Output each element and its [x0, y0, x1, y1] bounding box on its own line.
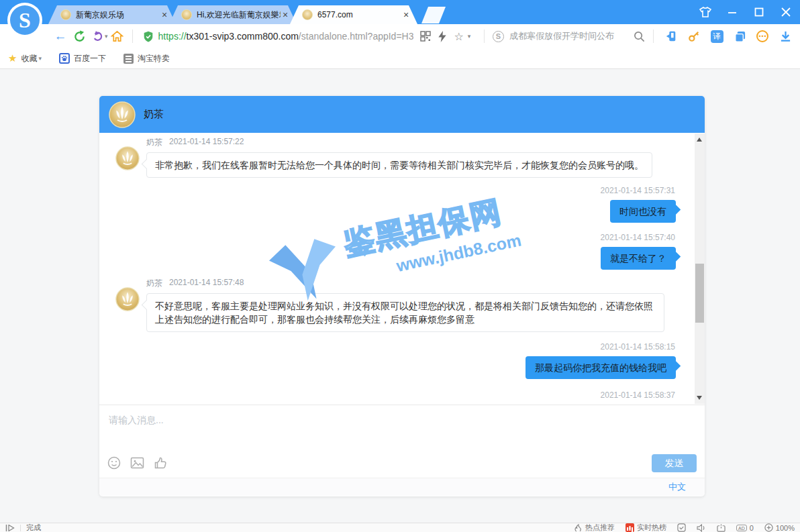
- zoom-control[interactable]: 100%: [764, 523, 795, 532]
- favorite-star-icon[interactable]: ☆: [454, 30, 463, 43]
- message-bubble: 就是不给了？: [601, 247, 676, 270]
- scrollbar-thumb[interactable]: [695, 264, 704, 323]
- url-text[interactable]: https://tx301-svip3.comm800.com/standalo…: [158, 31, 414, 42]
- message-timestamp: 2021-01-14 15:57:31: [115, 186, 678, 195]
- qr-code-icon[interactable]: [420, 31, 431, 42]
- message-timestamp: 2021-01-14 15:57:40: [115, 233, 678, 242]
- hot-list-chart-icon: [626, 523, 634, 532]
- navigation-toolbar: ← ▾ https://tx301-svip3.comm800.com/stan…: [0, 24, 800, 48]
- search-icon[interactable]: [634, 31, 645, 42]
- emoji-icon[interactable]: [107, 456, 121, 470]
- tab-close-icon[interactable]: ×: [401, 10, 411, 19]
- download-box-icon: [717, 524, 726, 532]
- divider: [20, 525, 21, 531]
- site-favicon-icon: [60, 9, 71, 20]
- divider: [653, 30, 654, 43]
- divider: [132, 30, 133, 43]
- tab-welcome[interactable]: Hi,欢迎光临新葡京娱樂場 ×: [169, 5, 297, 24]
- scroll-down-icon[interactable]: [697, 396, 702, 400]
- favorites-dropdown-icon: ▾: [38, 55, 42, 62]
- new-tab-button[interactable]: [421, 7, 446, 23]
- back-icon[interactable]: ←: [51, 27, 70, 46]
- home-icon[interactable]: [108, 27, 127, 46]
- sound-button[interactable]: [697, 524, 706, 532]
- window-controls: [697, 0, 795, 24]
- tab-6577-active[interactable]: 6577.com ×: [290, 5, 417, 24]
- message-bubble: 不好意思呢，客服主要是处理网站业务知识，并没有权限可以处理您的状况，都是将相关部…: [146, 293, 664, 332]
- bookmark-taobao[interactable]: 淘宝特卖: [123, 53, 170, 64]
- address-dropdown-icon[interactable]: ▾: [468, 33, 471, 40]
- agent-avatar: [109, 101, 136, 128]
- message-input[interactable]: [99, 405, 705, 440]
- logo-s-glyph: S: [19, 8, 31, 32]
- status-bar: 完成 热点推荐 实时热榜 AD 0: [0, 523, 800, 532]
- chat-scrollbar[interactable]: [695, 134, 705, 404]
- close-button[interactable]: [777, 3, 795, 21]
- chat-message-list: 奶茶 2021-01-14 15:57:22 非常抱歉，我们在线客服暂时无法给您…: [99, 133, 705, 405]
- page-load-status: 完成: [26, 523, 41, 532]
- thumbs-up-icon[interactable]: [154, 456, 167, 470]
- browser-logo-icon[interactable]: S: [7, 2, 43, 38]
- speaker-icon: [697, 524, 706, 532]
- agent-message: 奶茶 2021-01-14 15:57:48 不好意思呢，客服主要是处理网站业务…: [115, 278, 678, 332]
- language-link[interactable]: 中文: [668, 481, 686, 493]
- message-bubble: 时间也没有: [610, 200, 676, 223]
- bookmarks-bar: ★ 收藏 ▾ 百度一下 淘宝特卖: [0, 48, 800, 69]
- clipboard-pages-icon[interactable]: [730, 27, 749, 46]
- address-bar[interactable]: https://tx301-svip3.comm800.com/standalo…: [138, 26, 479, 46]
- send-button[interactable]: 发送: [652, 454, 697, 472]
- toolbar-extensions: 译 ⋯: [662, 27, 795, 46]
- agent-message: 奶茶 2021-01-14 15:57:22 非常抱歉，我们在线客服暂时无法给您…: [115, 137, 678, 178]
- chat-footer: 中文: [99, 478, 705, 496]
- flame-icon: [574, 524, 583, 532]
- translate-icon[interactable]: 译: [707, 27, 726, 46]
- search-engine-icon: S: [493, 31, 504, 42]
- agent-avatar: [115, 287, 140, 314]
- site-favicon-icon: [302, 9, 313, 20]
- search-suggestion-text[interactable]: 成都寒假放假开学时间公布: [509, 30, 634, 42]
- zoom-plus-icon: [764, 523, 773, 532]
- maximize-button[interactable]: [750, 3, 768, 21]
- tab-xinpujing[interactable]: 新葡京娱乐场 ×: [48, 5, 176, 24]
- page-content: 奶茶 奶茶 2021-01-14 15:57:22 非常抱歉，我们在线客服暂时无…: [0, 69, 800, 523]
- password-key-icon[interactable]: [685, 27, 703, 46]
- more-menu-icon[interactable]: ⋯: [753, 27, 772, 46]
- url-host: tx301-svip3.comm800.com: [187, 31, 299, 42]
- chat-header: 奶茶: [99, 96, 705, 133]
- tab-close-icon[interactable]: ×: [281, 10, 290, 19]
- message-sender: 奶茶: [146, 278, 162, 289]
- list-icon: [123, 54, 134, 64]
- hot-recommend-button[interactable]: 热点推荐: [574, 523, 615, 532]
- sidebar-toggle-icon[interactable]: [5, 525, 15, 531]
- download-icon[interactable]: [776, 27, 795, 46]
- message-meta: 奶茶 2021-01-14 15:57:48: [146, 278, 678, 289]
- address-bar-icons: ☆ ▾: [420, 30, 470, 43]
- tab-close-icon[interactable]: ×: [160, 10, 169, 19]
- image-upload-icon[interactable]: [130, 456, 144, 470]
- bookmark-baidu[interactable]: 百度一下: [59, 53, 106, 64]
- lightning-icon[interactable]: [438, 31, 447, 42]
- skin-theme-icon[interactable]: [697, 3, 714, 21]
- titlebar: S 新葡京娱乐场 × Hi,欢迎光临新葡京娱樂場 × 6577.com ×: [0, 0, 800, 24]
- send-to-phone-icon[interactable]: [662, 27, 681, 46]
- baidu-paw-icon: [59, 53, 70, 64]
- url-path: /standalone.html?appId=H3: [299, 31, 414, 42]
- message-sender: 奶茶: [146, 137, 162, 148]
- input-toolbar: [107, 456, 167, 470]
- favorites-menu[interactable]: ★ 收藏 ▾: [8, 52, 42, 64]
- minimize-button[interactable]: [723, 3, 741, 21]
- bookmark-star-icon: ★: [8, 52, 17, 64]
- refresh-icon[interactable]: [70, 27, 89, 46]
- tab-strip: 新葡京娱乐场 × Hi,欢迎光临新葡京娱樂場 × 6577.com ×: [48, 5, 446, 24]
- message-timestamp: 2021-01-14 15:58:15: [115, 342, 678, 352]
- chat-agent-name: 奶茶: [144, 108, 164, 121]
- ad-badge-icon: AD: [736, 525, 747, 531]
- scroll-up-icon[interactable]: [697, 138, 702, 142]
- download-manager-button[interactable]: [717, 524, 726, 532]
- ad-block-counter[interactable]: AD 0: [736, 524, 754, 532]
- page-check-button[interactable]: [677, 523, 686, 532]
- tab-label: 6577.com: [317, 10, 401, 19]
- hot-list-button[interactable]: 实时热榜: [626, 523, 666, 532]
- search-box[interactable]: S 成都寒假放假开学时间公布: [490, 26, 648, 46]
- browser-window: S 新葡京娱乐场 × Hi,欢迎光临新葡京娱樂場 × 6577.com ×: [0, 0, 800, 532]
